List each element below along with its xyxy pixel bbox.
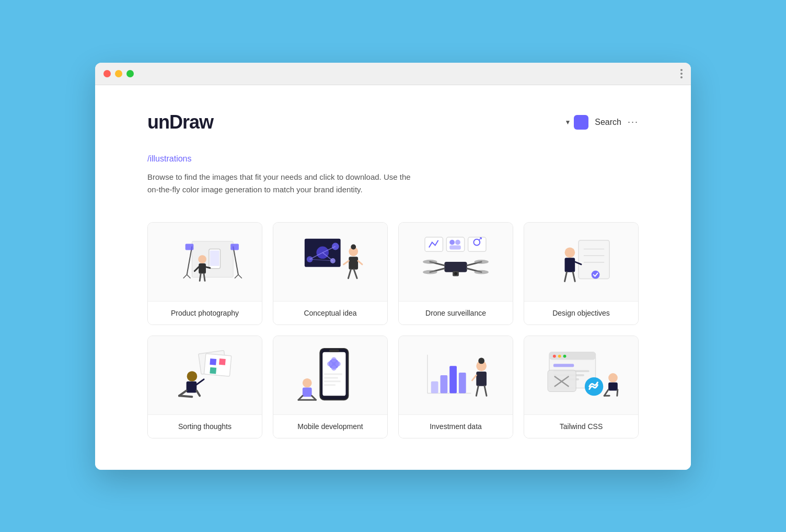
browser-content: unDraw ▼ Search ··· /illustrations Brows… — [95, 85, 691, 470]
svg-line-76 — [196, 379, 204, 384]
svg-rect-12 — [199, 263, 206, 273]
svg-line-7 — [233, 246, 238, 274]
svg-rect-96 — [431, 381, 438, 393]
browser-controls — [103, 70, 134, 77]
svg-line-29 — [348, 269, 351, 278]
card-label-sorting-thoughts: Sorting thoughts — [148, 414, 262, 438]
svg-line-105 — [472, 375, 476, 380]
search-button[interactable]: Search — [595, 118, 621, 127]
svg-rect-2 — [210, 250, 219, 266]
card-image-tailwind-css — [524, 336, 638, 414]
close-button[interactable] — [103, 70, 111, 77]
svg-rect-67 — [204, 353, 231, 376]
svg-rect-70 — [210, 367, 216, 374]
svg-point-89 — [303, 378, 312, 387]
card-image-design-objectives — [524, 223, 638, 301]
card-tailwind-css[interactable]: Tailwind CSS — [524, 336, 639, 438]
svg-point-108 — [553, 354, 556, 357]
svg-point-19 — [332, 242, 339, 250]
svg-rect-102 — [476, 372, 487, 386]
svg-line-3 — [187, 246, 192, 274]
color-picker-wrapper[interactable]: ▼ — [564, 115, 588, 130]
svg-line-74 — [196, 390, 200, 396]
svg-point-119 — [608, 373, 618, 383]
svg-line-32 — [358, 261, 362, 264]
svg-line-16 — [204, 273, 205, 281]
svg-point-110 — [563, 354, 567, 357]
svg-rect-10 — [230, 244, 239, 250]
card-label-drone-surveillance: Drone surveillance — [399, 301, 513, 325]
card-image-conceptual-idea — [273, 223, 387, 301]
card-investment-data[interactable]: Investment data — [398, 336, 513, 438]
svg-rect-28 — [349, 257, 358, 270]
svg-point-61 — [565, 247, 575, 258]
card-label-mobile-development: Mobile development — [273, 414, 387, 438]
svg-line-64 — [565, 272, 567, 281]
svg-point-101 — [478, 357, 484, 364]
card-label-design-objectives: Design objectives — [524, 301, 638, 325]
card-image-sorting-thoughts — [148, 336, 262, 414]
svg-point-49 — [474, 260, 489, 264]
svg-rect-111 — [553, 364, 574, 367]
svg-line-104 — [484, 386, 487, 396]
svg-rect-62 — [565, 258, 575, 272]
subtitle-link[interactable]: /illustrations — [147, 154, 639, 164]
browser-menu-icon[interactable] — [680, 69, 683, 78]
svg-point-83 — [327, 361, 332, 366]
illustrations-grid: Product photography — [147, 222, 639, 438]
svg-line-4 — [183, 274, 187, 278]
browser-window: unDraw ▼ Search ··· /illustrations Brows… — [95, 63, 691, 470]
svg-point-58 — [592, 270, 600, 279]
card-product-photography[interactable]: Product photography — [147, 222, 262, 325]
card-image-drone-surveillance — [399, 223, 513, 301]
card-sorting-thoughts[interactable]: Sorting thoughts — [147, 336, 262, 438]
card-label-product-photography: Product photography — [148, 301, 262, 325]
card-image-mobile-development — [273, 336, 387, 414]
svg-line-8 — [235, 274, 238, 278]
card-drone-surveillance[interactable]: Drone surveillance — [398, 222, 513, 325]
color-swatch[interactable] — [574, 115, 588, 130]
card-image-product-photography — [148, 223, 262, 301]
hero-description: Browse to find the images that fit your … — [147, 171, 419, 196]
browser-titlebar — [95, 63, 691, 85]
svg-rect-79 — [329, 349, 339, 352]
svg-rect-6 — [186, 244, 194, 250]
card-mobile-development[interactable]: Mobile development — [273, 336, 388, 438]
svg-point-36 — [455, 239, 460, 245]
svg-rect-97 — [441, 375, 448, 393]
svg-rect-43 — [444, 262, 467, 272]
svg-line-103 — [476, 386, 478, 396]
svg-line-75 — [179, 396, 192, 397]
more-options-button[interactable]: ··· — [628, 117, 639, 128]
card-label-conceptual-idea: Conceptual idea — [273, 301, 387, 325]
svg-rect-99 — [459, 373, 466, 393]
maximize-button[interactable] — [126, 70, 134, 77]
svg-rect-98 — [449, 366, 457, 393]
svg-point-11 — [198, 255, 206, 263]
minimize-button[interactable] — [115, 70, 122, 77]
svg-rect-37 — [449, 245, 461, 249]
svg-line-5 — [187, 274, 191, 278]
svg-rect-90 — [303, 387, 312, 397]
card-conceptual-idea[interactable]: Conceptual idea — [273, 222, 388, 325]
svg-point-51 — [474, 270, 489, 274]
svg-line-121 — [604, 389, 608, 396]
card-label-tailwind-css: Tailwind CSS — [524, 414, 638, 438]
svg-line-30 — [354, 269, 357, 278]
svg-rect-72 — [187, 381, 197, 392]
header-right: ▼ Search ··· — [564, 115, 639, 130]
svg-line-14 — [206, 267, 210, 268]
svg-line-122 — [617, 389, 618, 396]
logo: unDraw — [147, 111, 213, 133]
card-design-objectives[interactable]: Design objectives — [524, 222, 639, 325]
svg-point-84 — [336, 361, 341, 366]
svg-line-9 — [238, 274, 242, 278]
svg-rect-107 — [549, 352, 596, 360]
svg-rect-120 — [608, 382, 618, 390]
dropdown-arrow-icon: ▼ — [564, 119, 571, 126]
svg-point-82 — [331, 365, 337, 371]
svg-line-65 — [573, 272, 575, 281]
svg-point-109 — [558, 354, 561, 357]
svg-point-50 — [423, 270, 437, 274]
svg-point-81 — [331, 357, 337, 362]
